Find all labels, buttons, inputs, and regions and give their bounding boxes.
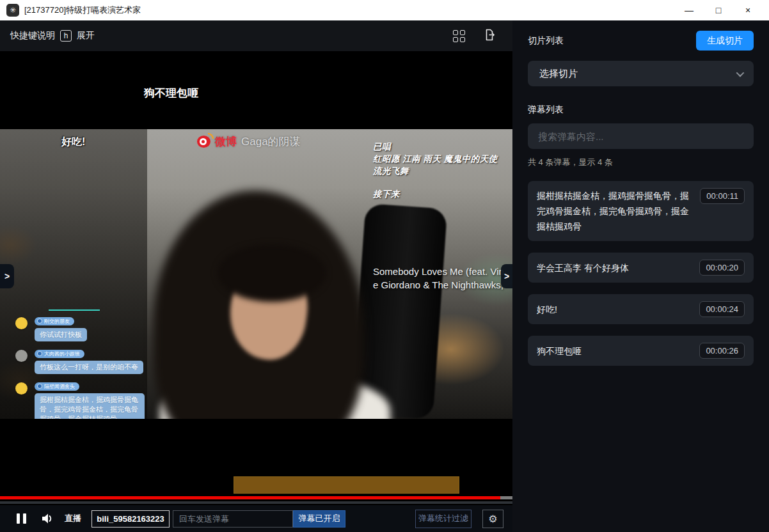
shortcut-key-badge: h xyxy=(60,30,72,42)
sung-songs-line: 流光飞舞 xyxy=(373,165,498,177)
chat-username-badge: 刚交的朋友 xyxy=(35,317,74,325)
app-window: [21737720]特级打嗝表演艺术家 — □ × 快捷键说明 h 展开 xyxy=(0,0,769,532)
chat-username-badge: 隔壁闻酒贪头 xyxy=(35,382,79,391)
minimize-button[interactable]: — xyxy=(674,0,704,20)
danmaku-timestamp[interactable]: 00:00:26 xyxy=(699,343,745,359)
stream-chat-overlay: 刚交的朋友 你试试打快板 大肉酱的小跟班 竹板这么一打呀，是别的咱不夸 隔壁闻酒… xyxy=(18,309,149,419)
clip-select-dropdown[interactable]: 选择切片 xyxy=(528,61,754,86)
chat-bubble: 你试试打快板 xyxy=(35,328,87,341)
sidebar: 切片列表 生成切片 选择切片 弹幕列表 共 4 条弹幕，显示 4 条 掘柑掘桔掘… xyxy=(512,20,769,532)
weibo-icon xyxy=(197,136,210,148)
fan-medal-icon xyxy=(37,351,42,356)
weibo-watermark: 微博 Gaga的阴谋 xyxy=(197,134,301,149)
danmaku-text: 狗不理包咂 xyxy=(537,343,693,359)
gear-icon[interactable]: ⚙ xyxy=(482,510,503,528)
danmaku-heat-block[interactable] xyxy=(234,476,459,494)
danmaku-text: 好吃! xyxy=(537,302,693,317)
chat-bubble: 掘柑掘桔掘金桔，掘鸡掘骨掘龟骨，掘完鸡骨掘金桔，掘完龟骨掘鸡骨，掘金掘桔掘鸡骨 xyxy=(35,393,145,419)
chat-avatar xyxy=(15,317,28,329)
danmaku-send-input[interactable] xyxy=(173,510,293,528)
danmaku-timestamp[interactable]: 00:00:11 xyxy=(700,188,745,204)
chat-avatar xyxy=(15,350,28,362)
floating-danmaku: 狗不理包咂 xyxy=(144,86,198,100)
chat-avatar xyxy=(15,382,28,395)
maximize-button[interactable]: □ xyxy=(704,0,733,20)
chevron-down-icon xyxy=(736,68,745,77)
weibo-account-label: Gaga的阴谋 xyxy=(241,134,301,149)
export-icon[interactable] xyxy=(483,28,496,44)
danmaku-timestamp[interactable]: 00:00:24 xyxy=(699,301,745,317)
live-status-label: 直播 xyxy=(65,513,81,524)
next-label: 接下来 xyxy=(373,188,498,200)
progress-bar[interactable] xyxy=(0,496,512,499)
danmaku-search-input[interactable] xyxy=(538,131,743,142)
volume-icon[interactable] xyxy=(40,512,54,525)
now-playing-overlay: Somebody Loves Me (feat. Vin e Giordano … xyxy=(373,265,504,292)
chat-bubble: 竹板这么一打呀，是别的咱不夸 xyxy=(35,361,143,374)
danmaku-text: 掘柑掘桔掘金桔，掘鸡掘骨掘龟骨，掘完鸡骨掘金桔，掘完龟骨掘鸡骨，掘金掘桔掘鸡骨 xyxy=(537,188,694,234)
chat-progress-line xyxy=(49,309,100,311)
chat-message: 大肉酱的小跟班 竹板这么一打呀，是别的咱不夸 xyxy=(18,347,149,374)
grid-layout-icon[interactable] xyxy=(453,30,465,42)
danmaku-text: 学会王高李 有个好身体 xyxy=(537,260,693,276)
danmaku-timestamp[interactable]: 00:00:20 xyxy=(699,260,745,276)
video-frame[interactable]: 好吃! 微博 Gaga的阴谋 已唱 红昭愿 江南 雨天 魔鬼中的天使 流光飞舞 … xyxy=(0,129,512,419)
progress-buffer xyxy=(500,496,512,499)
danmaku-list-title: 弹幕列表 xyxy=(528,104,754,116)
shortcut-help-label: 快捷键说明 xyxy=(10,30,55,42)
streamer-bangs xyxy=(218,244,326,302)
danmaku-list-item[interactable]: 好吃! 00:00:24 xyxy=(528,294,754,324)
danmaku-count-text: 共 4 条弹幕，显示 4 条 xyxy=(528,157,754,168)
danmaku-list-item[interactable]: 掘柑掘桔掘金桔，掘鸡掘骨掘龟骨，掘完鸡骨掘金桔，掘完龟骨掘鸡骨，掘金掘桔掘鸡骨 … xyxy=(528,181,754,241)
username-box[interactable]: bili_59582163223 xyxy=(91,510,170,528)
clip-list-title: 切片列表 xyxy=(528,35,564,47)
sung-label: 已唱 xyxy=(373,141,498,153)
chat-message: 隔壁闻酒贪头 掘柑掘桔掘金桔，掘鸡掘骨掘龟骨，掘完鸡骨掘金桔，掘完龟骨掘鸡骨，掘… xyxy=(18,380,149,419)
clip-section-header: 切片列表 生成切片 xyxy=(528,31,754,51)
weibo-brand-label: 微博 xyxy=(215,134,237,149)
fan-medal-icon xyxy=(37,384,42,389)
chat-username-badge: 大肉酱的小跟班 xyxy=(35,350,84,358)
generate-clip-button[interactable]: 生成切片 xyxy=(696,31,754,51)
chevron-right-icon[interactable]: > xyxy=(0,264,14,288)
player-panel: 快捷键说明 h 展开 狗不理包咂 好吃! xyxy=(0,20,512,532)
window-controls: — □ × xyxy=(674,0,763,20)
toolbar-icons xyxy=(453,28,502,44)
titlebar: [21737720]特级打嗝表演艺术家 — □ × xyxy=(0,0,769,20)
danmaku-stats-filter-button[interactable]: 弹幕统计过滤 xyxy=(415,510,472,528)
chevron-right-icon[interactable]: > xyxy=(501,264,512,288)
app-icon xyxy=(6,4,19,17)
player-toolbar: 快捷键说明 h 展开 xyxy=(0,20,512,51)
close-button[interactable]: × xyxy=(733,0,763,20)
danmaku-search-box xyxy=(528,123,754,149)
chat-message: 刚交的朋友 你试试打快板 xyxy=(18,315,149,341)
fan-medal-icon xyxy=(37,318,42,324)
danmaku-list-item[interactable]: 狗不理包咂 00:00:26 xyxy=(528,336,754,366)
window-title: [21737720]特级打嗝表演艺术家 xyxy=(24,4,141,16)
secondary-track[interactable] xyxy=(0,501,512,504)
player-controls: 直播 bili_59582163223 弹幕已开启 弹幕统计过滤 ⚙ xyxy=(0,505,512,532)
pause-icon[interactable] xyxy=(17,513,26,524)
danmaku-list-item[interactable]: 学会王高李 有个好身体 00:00:20 xyxy=(528,253,754,283)
progress-fill xyxy=(0,496,500,499)
sung-songs-line: 红昭愿 江南 雨天 魔鬼中的天使 xyxy=(373,153,498,165)
danmaku-toggle-button[interactable]: 弹幕已开启 xyxy=(293,510,345,528)
floating-danmaku: 好吃! xyxy=(61,136,85,149)
song-list-overlay: 已唱 红昭愿 江南 雨天 魔鬼中的天使 流光飞舞 接下来 xyxy=(373,141,498,200)
expand-shortcuts-button[interactable]: 展开 xyxy=(77,30,95,42)
